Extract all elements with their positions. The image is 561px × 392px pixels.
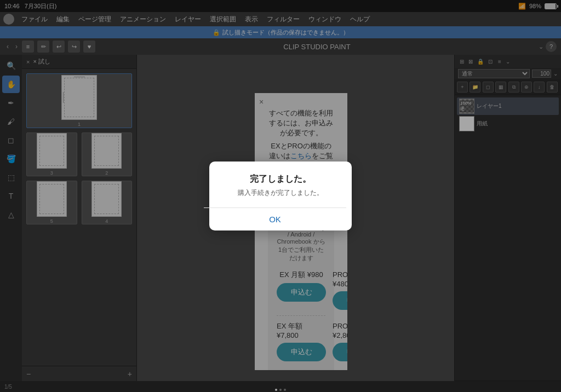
dialog-actions: OK	[204, 208, 346, 230]
dialog-overlay: 完了しました。 購入手続きが完了しました。 OK	[0, 0, 561, 392]
dialog-title: 完了しました。	[250, 174, 311, 185]
completion-dialog: 完了しました。 購入手続きが完了しました。 OK	[209, 162, 352, 230]
dialog-ok-btn[interactable]: OK	[204, 208, 346, 230]
dialog-body: 購入手続きが完了しました。	[238, 188, 323, 198]
